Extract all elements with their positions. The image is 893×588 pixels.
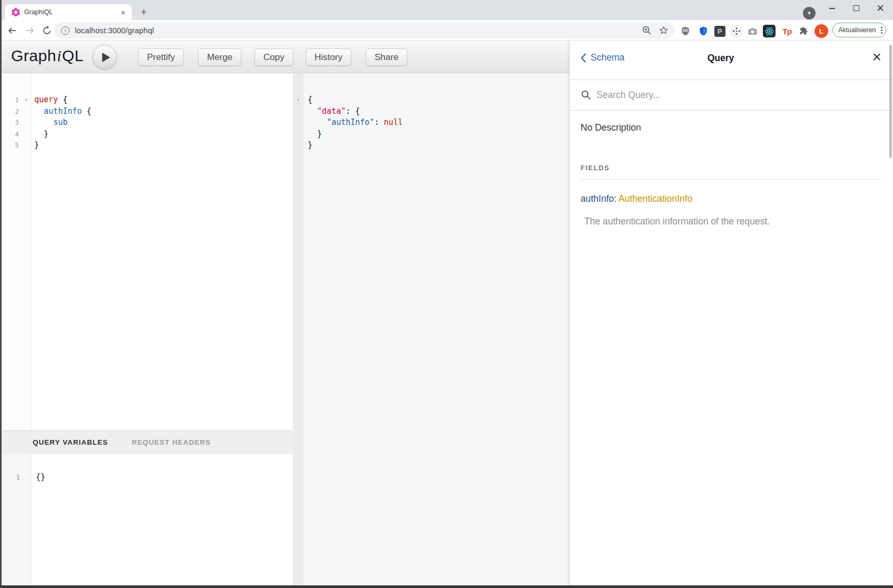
tab-request-headers[interactable]: REQUEST HEADERS bbox=[132, 438, 211, 446]
minimize-icon bbox=[829, 8, 835, 9]
doc-search-input[interactable] bbox=[596, 90, 870, 101]
share-button[interactable]: Share bbox=[366, 48, 407, 66]
code-text: {} bbox=[32, 472, 45, 483]
doc-body: No Description FIELDS authInfo: Authenti… bbox=[570, 122, 893, 227]
fold-arrow-icon bbox=[23, 472, 32, 483]
window-maximize-button[interactable] bbox=[844, 0, 868, 16]
p-badge-label: P bbox=[714, 26, 725, 37]
code-text: { bbox=[303, 94, 312, 106]
line-number: 2 bbox=[2, 106, 22, 117]
variables-tab-bar: QUERY VARIABLES REQUEST HEADERS bbox=[2, 430, 293, 454]
doc-explorer-header: Schema Query × bbox=[570, 41, 893, 80]
code-line: 3 sub bbox=[2, 117, 293, 129]
chrome-update-button[interactable]: Aktualisieren bbox=[832, 23, 886, 37]
window-close-button[interactable]: ✕ bbox=[868, 0, 892, 16]
code-line: "data": { bbox=[293, 106, 569, 117]
code-text: "data": { bbox=[303, 106, 360, 117]
code-line: 1▾query { bbox=[2, 94, 293, 106]
url-text[interactable]: localhost:3000/graphql bbox=[75, 26, 154, 35]
doc-explorer-panel: Schema Query × No Description FIELDS aut… bbox=[569, 41, 893, 586]
line-number: 4 bbox=[2, 129, 22, 140]
p-extension-icon[interactable]: P bbox=[713, 25, 726, 37]
doc-search-row bbox=[570, 80, 893, 111]
fields-divider bbox=[581, 179, 882, 180]
code-line: 2 authInfo { bbox=[2, 106, 293, 117]
play-icon bbox=[102, 53, 110, 62]
code-text: } bbox=[303, 129, 322, 140]
fold-arrow-icon bbox=[22, 140, 31, 151]
back-button[interactable] bbox=[5, 24, 19, 37]
reload-button[interactable] bbox=[40, 24, 54, 37]
prettify-button[interactable]: Prettify bbox=[138, 48, 184, 66]
fields-section-header: FIELDS bbox=[581, 164, 882, 172]
line-number: 1 bbox=[2, 472, 23, 483]
copy-button[interactable]: Copy bbox=[254, 48, 293, 66]
bitwarden-shield-extension-icon[interactable] bbox=[697, 25, 710, 37]
tab-search-button[interactable]: ▼ bbox=[803, 7, 816, 19]
code-text: } bbox=[303, 140, 312, 151]
type-name-link[interactable]: AuthenticationInfo bbox=[619, 193, 692, 204]
close-icon: ✕ bbox=[876, 3, 885, 13]
line-number: 5 bbox=[2, 140, 22, 151]
tp-extension-icon[interactable]: Tp bbox=[781, 25, 793, 37]
menu-kebab-icon[interactable] bbox=[881, 26, 882, 35]
fold-arrow-icon bbox=[293, 140, 303, 151]
update-label: Aktualisieren bbox=[838, 26, 881, 34]
new-tab-button[interactable]: + bbox=[137, 5, 151, 19]
doc-title: Query bbox=[570, 53, 872, 64]
code-line: 1{} bbox=[2, 472, 293, 483]
code-text: } bbox=[31, 129, 48, 140]
back-arrow-icon bbox=[7, 26, 17, 35]
extensions-puzzle-icon[interactable] bbox=[798, 25, 810, 37]
tab-strip: GraphiQL × + ▼ ✕ bbox=[0, 0, 893, 20]
bookmark-star-icon[interactable] bbox=[659, 25, 669, 37]
window-bottom-border bbox=[0, 585, 893, 588]
window-left-border bbox=[0, 0, 2, 588]
ublock-label: UO bbox=[679, 28, 692, 32]
result-viewer[interactable]: ▾{ "data": { "authInfo": null }} bbox=[293, 73, 569, 586]
code-text: "authInfo": null bbox=[303, 117, 403, 129]
code-line: ▾{ bbox=[293, 94, 569, 106]
doc-close-button[interactable]: × bbox=[872, 48, 881, 66]
field-description: The authentication information of the re… bbox=[581, 216, 882, 227]
fold-arrow-icon[interactable]: ▾ bbox=[22, 94, 31, 106]
query-editor[interactable]: 1▾query {2 authInfo {3 sub4 }5} bbox=[2, 73, 293, 430]
tp-label: Tp bbox=[782, 27, 791, 36]
graphql-favicon-icon bbox=[12, 8, 20, 16]
forward-button[interactable] bbox=[23, 24, 37, 37]
browser-window: GraphiQL × + ▼ ✕ i localhost:30 bbox=[0, 0, 893, 588]
code-line: 4 } bbox=[2, 129, 293, 140]
maximize-icon bbox=[853, 5, 859, 11]
fold-arrow-icon bbox=[22, 106, 31, 117]
editor-pane: 1▾query {2 authInfo {3 sub4 }5} QUERY VA… bbox=[2, 73, 293, 586]
ublock-shield-extension-icon[interactable]: UO bbox=[679, 25, 692, 37]
react-devtools-extension-icon[interactable] bbox=[763, 25, 776, 37]
profile-avatar[interactable]: L bbox=[815, 24, 828, 38]
site-info-icon[interactable]: i bbox=[61, 26, 70, 35]
line-number: 3 bbox=[2, 117, 22, 129]
code-line: 5} bbox=[2, 140, 293, 151]
browser-toolbar: i localhost:3000/graphql UO P bbox=[0, 20, 893, 41]
execute-query-button[interactable] bbox=[92, 45, 117, 70]
zoom-page-icon[interactable] bbox=[642, 25, 652, 37]
move-crosshair-extension-icon[interactable] bbox=[730, 25, 743, 37]
history-button[interactable]: History bbox=[306, 48, 351, 66]
window-minimize-button[interactable] bbox=[820, 0, 844, 16]
doc-scrollbar[interactable] bbox=[889, 45, 892, 158]
tab-close-icon[interactable]: × bbox=[119, 8, 127, 17]
address-bar[interactable]: i localhost:3000/graphql bbox=[54, 22, 674, 38]
browser-tab-graphiql[interactable]: GraphiQL × bbox=[5, 4, 132, 20]
code-line: } bbox=[293, 129, 569, 140]
fold-arrow-icon bbox=[293, 117, 303, 129]
graphiql-topbar: GraphiQL Prettify Merge Copy History Sha… bbox=[2, 41, 569, 73]
code-text: sub bbox=[31, 117, 67, 129]
tab-query-variables[interactable]: QUERY VARIABLES bbox=[33, 438, 108, 446]
variables-editor[interactable]: 1{} bbox=[2, 454, 293, 586]
tab-title: GraphiQL bbox=[24, 8, 119, 16]
merge-button[interactable]: Merge bbox=[198, 48, 241, 66]
camera-extension-icon[interactable] bbox=[746, 25, 759, 37]
forward-arrow-icon bbox=[25, 26, 35, 35]
fold-arrow-icon[interactable]: ▾ bbox=[293, 94, 303, 106]
fold-arrow-icon bbox=[22, 129, 31, 140]
field-name-link[interactable]: authInfo bbox=[581, 193, 614, 204]
